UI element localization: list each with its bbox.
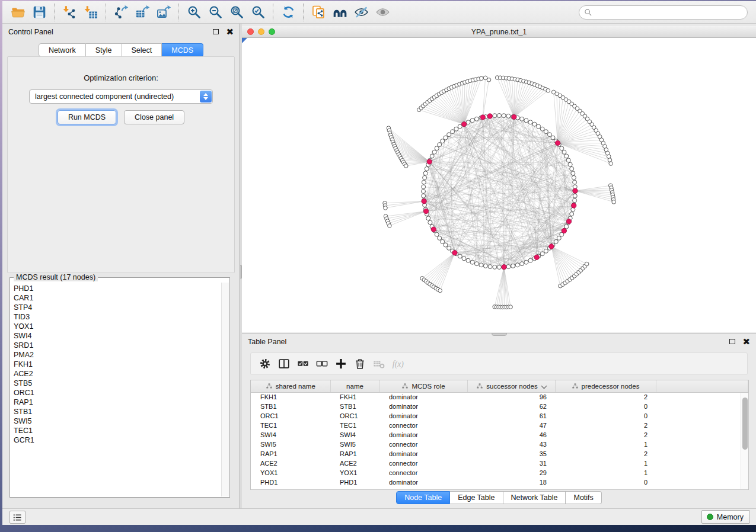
- import-network-button[interactable]: [59, 3, 80, 22]
- open-folder-button[interactable]: [7, 3, 28, 22]
- graph-node[interactable]: [426, 216, 430, 220]
- graph-hub-node[interactable]: [566, 219, 571, 224]
- graph-node[interactable]: [520, 117, 524, 121]
- mcds-result-item[interactable]: CAR1: [14, 293, 221, 303]
- mcds-result-item[interactable]: PMA2: [14, 350, 221, 360]
- export-image-button[interactable]: [153, 3, 174, 22]
- horizontal-splitter-handle[interactable]: [492, 333, 507, 336]
- graph-node[interactable]: [479, 263, 483, 267]
- float-panel-icon[interactable]: [213, 29, 219, 34]
- graph-node[interactable]: [438, 289, 442, 293]
- graph-node[interactable]: [451, 130, 455, 134]
- network-canvas[interactable]: [242, 38, 756, 332]
- mcds-list-scrollbar[interactable]: [221, 283, 229, 496]
- graph-node[interactable]: [441, 239, 445, 243]
- float-table-panel-icon[interactable]: [729, 339, 735, 344]
- graph-node[interactable]: [384, 206, 388, 210]
- table-row[interactable]: SWI5SWI5connector431: [251, 440, 748, 449]
- graph-node[interactable]: [458, 124, 462, 129]
- zoom-selected-button[interactable]: [247, 3, 269, 22]
- graph-hub-node[interactable]: [427, 159, 432, 164]
- graph-node[interactable]: [497, 114, 502, 118]
- graph-node[interactable]: [560, 146, 564, 150]
- graph-node[interactable]: [551, 136, 555, 140]
- graph-node[interactable]: [537, 124, 541, 129]
- graph-hub-node[interactable]: [549, 244, 554, 249]
- graph-node[interactable]: [520, 262, 524, 266]
- graph-node[interactable]: [585, 262, 589, 266]
- table-row[interactable]: STB1STB1dominator620: [251, 402, 748, 411]
- graph-node[interactable]: [435, 146, 439, 150]
- mcds-result-item[interactable]: STB5: [14, 379, 221, 388]
- table-row[interactable]: FKH1FKH1dominator962: [251, 392, 748, 402]
- graph-hub-node[interactable]: [572, 203, 576, 208]
- graph-node[interactable]: [546, 89, 550, 93]
- column-header-name[interactable]: name: [330, 380, 379, 392]
- optimization-criterion-select[interactable]: largest connected component (undirected): [29, 89, 213, 104]
- graph-node[interactable]: [483, 264, 487, 268]
- column-header-predecessor-nodes[interactable]: predecessor nodes: [555, 380, 656, 392]
- graph-node[interactable]: [470, 260, 474, 264]
- split-columns-button[interactable]: [275, 355, 294, 373]
- graph-node[interactable]: [532, 122, 537, 126]
- memory-button[interactable]: Memory: [701, 510, 750, 524]
- graph-hub-node[interactable]: [573, 188, 578, 193]
- run-mcds-button[interactable]: Run MCDS: [58, 110, 116, 124]
- mcds-result-item[interactable]: ORC1: [14, 388, 221, 398]
- graph-node[interactable]: [509, 305, 513, 309]
- tab-select[interactable]: Select: [122, 43, 162, 57]
- column-header-successor-nodes[interactable]: successor nodes: [467, 380, 555, 392]
- first-neighbors-button[interactable]: [329, 3, 350, 22]
- tab-network[interactable]: Network: [39, 43, 86, 57]
- graph-node[interactable]: [524, 260, 528, 264]
- tab-motifs[interactable]: Motifs: [566, 491, 601, 504]
- table-row[interactable]: ACE2ACE2connector311: [251, 459, 748, 468]
- graph-hub-node[interactable]: [487, 114, 492, 118]
- table-row[interactable]: RAP1RAP1dominator352: [251, 449, 748, 459]
- graph-node[interactable]: [547, 133, 551, 137]
- table-scrollbar[interactable]: [741, 393, 748, 489]
- graph-node[interactable]: [432, 150, 436, 154]
- graph-node[interactable]: [564, 225, 569, 229]
- graph-node[interactable]: [425, 166, 429, 171]
- graph-node[interactable]: [422, 185, 426, 189]
- export-table-button[interactable]: [132, 3, 153, 22]
- zoom-fit-button[interactable]: [226, 3, 247, 22]
- show-all-button[interactable]: [372, 3, 393, 22]
- zoom-in-button[interactable]: [183, 3, 205, 22]
- mcds-result-item[interactable]: ACE2: [14, 369, 221, 379]
- table-row[interactable]: YOX1YOX1connector291: [251, 468, 748, 477]
- graph-node[interactable]: [528, 120, 532, 124]
- graph-node[interactable]: [573, 198, 577, 203]
- duplicate-network-button[interactable]: [308, 3, 329, 22]
- graph-node[interactable]: [540, 252, 544, 256]
- graph-node[interactable]: [564, 154, 569, 158]
- refresh-button[interactable]: [277, 3, 299, 22]
- graph-node[interactable]: [474, 262, 479, 266]
- graph-node[interactable]: [502, 114, 506, 118]
- import-table-button[interactable]: [80, 3, 101, 22]
- mcds-result-item[interactable]: FKH1: [14, 360, 221, 369]
- mcds-result-item[interactable]: TID3: [14, 312, 221, 322]
- graph-node[interactable]: [573, 180, 577, 184]
- tab-edge-table[interactable]: Edge Table: [450, 491, 503, 504]
- graph-node[interactable]: [444, 243, 448, 247]
- table-row[interactable]: ORC1ORC1dominator610: [251, 411, 748, 421]
- table-row[interactable]: SWI4SWI4dominator462: [251, 430, 748, 440]
- graph-node[interactable]: [609, 162, 613, 166]
- graph-node[interactable]: [447, 246, 451, 250]
- graph-node[interactable]: [388, 224, 392, 228]
- zoom-out-button[interactable]: [205, 3, 226, 22]
- graph-hub-node[interactable]: [480, 115, 485, 120]
- select-all-button[interactable]: [294, 355, 312, 373]
- mcds-result-item[interactable]: SRD1: [14, 341, 221, 350]
- graph-node[interactable]: [570, 212, 574, 216]
- graph-node[interactable]: [544, 130, 548, 134]
- graph-node[interactable]: [435, 232, 439, 236]
- graph-node[interactable]: [438, 236, 442, 240]
- mcds-result-item[interactable]: PHD1: [14, 284, 221, 293]
- graph-node[interactable]: [566, 158, 570, 162]
- graph-node[interactable]: [612, 200, 616, 204]
- graph-node[interactable]: [515, 263, 519, 267]
- mcds-result-item[interactable]: YOX1: [14, 322, 221, 331]
